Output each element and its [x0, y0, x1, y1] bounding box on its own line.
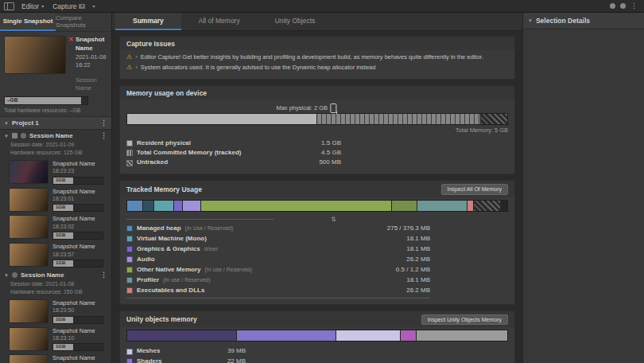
snapshot-info: Snapshot Name 18:23:10 1GB: [52, 327, 108, 352]
row-sublabel: (In use / Reserved): [204, 266, 252, 275]
legend-row[interactable]: Resident physical 1.5 GB: [126, 139, 508, 148]
legend-label: Shaders: [137, 357, 200, 363]
snapshot-size-label: 1GB: [56, 232, 65, 238]
legend-swatch: [126, 246, 133, 252]
row-label: Graphics & Graphics: [137, 244, 200, 254]
graphics-segment[interactable]: [174, 201, 182, 211]
snapshot-list-item[interactable]: Snapshot Name 18:23:02 1GB: [0, 213, 111, 241]
untracked-segment[interactable]: [481, 114, 507, 124]
session-header[interactable]: ▼ Session Name ⋮: [0, 269, 111, 279]
row-sublabel: (In Use / Reserved): [185, 224, 234, 233]
hardware-usage-label: –GB: [7, 97, 17, 103]
tracked-memory-card: Tracked Memory Usage Inspect All Of Memo…: [119, 180, 515, 305]
snapshot-size-label: 1GB: [56, 260, 65, 266]
snapshot-name: Snapshot Name: [52, 215, 108, 223]
kebab-menu-icon[interactable]: ⋮: [100, 132, 107, 139]
snapshot-list-item[interactable]: Snapshot Name 18:23:50 1GB: [0, 298, 111, 326]
table-row[interactable]: Profiler (In use / Reserved) 18.1 MB: [126, 275, 430, 286]
managed-heap-reserved-segment[interactable]: [143, 201, 153, 211]
project-header[interactable]: ▼ Project 1 ⋮: [0, 117, 111, 130]
table-row[interactable]: Executables and DLLs 26.2 MB: [126, 286, 430, 296]
snapshot-list-item[interactable]: Snapshot Name 18:23:01 1GB: [0, 186, 111, 214]
other-native-used-segment[interactable]: [201, 201, 391, 211]
capture-button[interactable]: Capture: [51, 2, 87, 10]
max-physical-tick: [336, 111, 337, 114]
open-snapshot-card[interactable]: ✕ Snapshot Name 2021-01-08 16:22 Session…: [0, 32, 111, 117]
issue-text: Editor Capture! Get better insights by b…: [141, 53, 483, 62]
tab-compare-snapshots[interactable]: Compare Snapshots: [56, 13, 111, 31]
section-title: Memory usage on device: [120, 86, 514, 100]
resident-physical-segment[interactable]: [127, 114, 316, 124]
inspect-all-of-memory-button[interactable]: Inspect All Of Memory: [441, 184, 508, 195]
snapshot-time: 18:23:50: [52, 306, 108, 314]
legend-swatch: [126, 225, 133, 232]
snapshot-time: 18:23:10: [52, 334, 108, 342]
untracked-segment[interactable]: [474, 201, 500, 211]
inspect-unity-objects-button[interactable]: Inspect Unity Objects Memory: [421, 314, 508, 326]
tab-all-of-memory[interactable]: All of Memory: [181, 13, 258, 30]
main-tabs: Summary All of Memory Unity Objects: [112, 13, 522, 31]
texture2d-segment[interactable]: [127, 330, 236, 341]
snapshot-size-bar: 1GB: [52, 316, 103, 324]
others-segment[interactable]: [417, 330, 507, 341]
snapshot-thumbnail: [9, 243, 48, 267]
legend-row[interactable]: Untracked 500 MB: [126, 158, 508, 167]
table-row[interactable]: Graphics & Graphics driver 18.1 MB: [126, 244, 430, 255]
snapshot-list-item[interactable]: Snapshot Name 18:23:57 1GB: [0, 241, 111, 269]
foldout-icon[interactable]: ▼: [528, 18, 533, 23]
table-row[interactable]: Virtual Machine (Mono) 18.1 MB: [126, 234, 430, 244]
capture-dropdown-caret[interactable]: ▾: [92, 3, 95, 9]
managed-heap-used-segment[interactable]: [127, 201, 142, 211]
foldout-icon[interactable]: ▼: [4, 134, 9, 139]
legend-row[interactable]: Meshes 39 MB: [126, 346, 508, 356]
panel-toggle-icon[interactable]: [4, 2, 14, 10]
legend-row[interactable]: Total Committed Memory (tracked) 4.5 GB: [126, 148, 508, 158]
table-row[interactable]: Audio 26.2 MB: [126, 255, 430, 265]
snapshot-list-item[interactable]: Snapshot Name 18:23:50 1GB: [0, 353, 111, 363]
memory-profiler-window: Editor ▾ Capture ▾ ⋮ Single Snapshot Com…: [0, 0, 644, 363]
window-controls: ⋮: [610, 2, 640, 10]
warning-icon: ⚠: [126, 53, 132, 63]
kebab-menu-icon[interactable]: ⋮: [100, 119, 107, 127]
capture-issue-row[interactable]: ⚠ › Editor Capture! Get better insights …: [126, 53, 508, 63]
camera-icon: [79, 4, 85, 9]
snapshot-list-item[interactable]: Snapshot Name 18:23:23 1GB: [0, 158, 111, 186]
tab-unity-objects[interactable]: Unity Objects: [258, 13, 333, 30]
selection-details-title: Selection Details: [536, 17, 590, 25]
settings-icon[interactable]: [620, 3, 626, 9]
legend-row[interactable]: Shaders 22 MB: [126, 357, 508, 363]
session-date: Session date: 2021-01-09: [10, 141, 107, 149]
meshes-segment[interactable]: [336, 330, 401, 341]
rendertextures-segment[interactable]: [401, 330, 416, 341]
capture-target-label: Editor: [21, 2, 39, 10]
close-snapshot-icon[interactable]: ✕: [68, 36, 74, 45]
snapshot-list-item[interactable]: Snapshot Name 18:23:10 1GB: [0, 326, 111, 353]
snapshot-name: Snapshot Name: [52, 160, 108, 168]
capture-issue-row[interactable]: ⚠ › System allocators used. It is genera…: [126, 63, 508, 73]
tab-summary[interactable]: Summary: [115, 13, 181, 30]
foldout-icon[interactable]: ▼: [4, 121, 9, 126]
table-row[interactable]: Other Native Memory (In use / Reserved) …: [126, 265, 430, 275]
sidebar-tabs: Single Snapshot Compare Snapshots: [0, 13, 111, 32]
virtual-machine-segment[interactable]: [154, 201, 173, 211]
session-header[interactable]: ▼ Session Name ⋮: [0, 130, 111, 140]
capture-target-dropdown[interactable]: Editor ▾: [20, 2, 45, 10]
audio-segment[interactable]: [183, 201, 200, 211]
total-hardware-resources-label: Total hardware resources: –GB: [4, 107, 107, 113]
tab-single-snapshot[interactable]: Single Snapshot: [0, 13, 56, 31]
executables-segment[interactable]: [467, 201, 473, 211]
help-icon[interactable]: [610, 3, 615, 9]
kebab-menu-icon[interactable]: ⋮: [100, 271, 107, 279]
session-name: Session Name: [21, 271, 64, 279]
table-row[interactable]: Managed heap (In Use / Reserved) 275 / 3…: [126, 224, 430, 234]
sort-icon[interactable]: ⇅: [331, 216, 336, 223]
snapshot-info: Snapshot Name 18:23:23 1GB: [52, 160, 108, 185]
committed-tracked-segment[interactable]: [317, 114, 480, 124]
kebab-menu-icon[interactable]: ⋮: [630, 2, 638, 10]
other-native-reserved-segment[interactable]: [392, 201, 417, 211]
foldout-icon[interactable]: ▼: [4, 273, 9, 278]
profiler-segment[interactable]: [417, 201, 467, 211]
row-value: 0.5 / 1.2 MB: [396, 265, 430, 275]
shaders-segment[interactable]: [237, 330, 335, 341]
snapshot-list[interactable]: ▼ Project 1 ⋮ ▼ Session Name ⋮ Session d…: [0, 117, 111, 363]
